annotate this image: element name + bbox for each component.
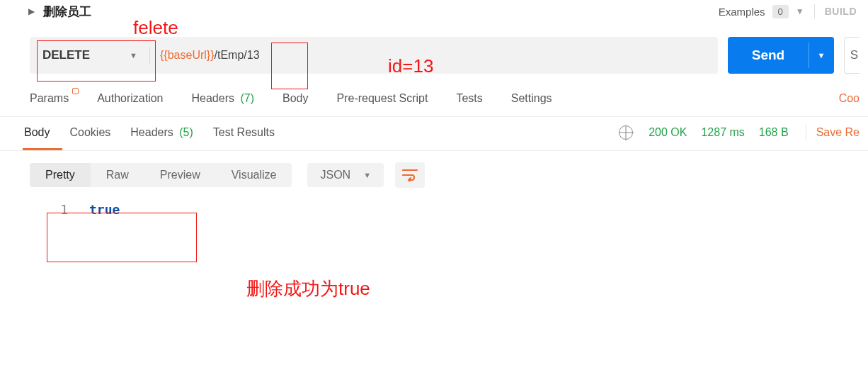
globe-icon[interactable] (619, 125, 633, 140)
tab-label: Headers (192, 92, 234, 104)
tab-label: Params (30, 92, 69, 104)
tab-headers[interactable]: Headers (7) (192, 92, 255, 105)
view-mode-group: Pretty Raw Preview Visualize (30, 163, 292, 187)
resp-tab-body[interactable]: Body (24, 120, 50, 145)
url-variable: {{baseUrl}} (160, 49, 215, 62)
send-button[interactable]: Send ▼ (728, 37, 834, 74)
format-value: JSON (320, 169, 350, 181)
url-bar: DELETE ▼ {{baseUrl}}/tEmp/13 (30, 37, 718, 74)
examples-count-badge: 0 (772, 5, 789, 18)
resp-tab-test-results[interactable]: Test Results (213, 120, 275, 145)
tab-body[interactable]: Body (282, 92, 308, 105)
chevron-down-icon: ▼ (130, 51, 137, 60)
tab-headers-count: (7) (240, 92, 254, 104)
tab-params[interactable]: Params (30, 92, 69, 105)
send-button-dropdown[interactable]: ▼ (809, 37, 834, 74)
http-method-select[interactable]: DELETE ▼ (30, 37, 150, 74)
view-raw[interactable]: Raw (91, 163, 144, 187)
tab-label: Headers (130, 126, 173, 138)
response-value: true (89, 202, 120, 217)
tab-settings[interactable]: Settings (511, 92, 552, 105)
format-select[interactable]: JSON ▼ (307, 163, 384, 187)
tab-tests[interactable]: Tests (456, 92, 482, 105)
http-method-value: DELETE (42, 48, 90, 62)
url-path: /tEmp/13 (215, 49, 260, 62)
response-tabs: Body Cookies Headers (5) Test Results (24, 120, 275, 145)
resp-headers-count: (5) (179, 126, 193, 138)
view-pretty[interactable]: Pretty (30, 163, 91, 187)
send-button-label: Send (728, 47, 809, 63)
tab-prerequest-script[interactable]: Pre-request Script (336, 92, 428, 105)
divider (806, 125, 806, 140)
resp-tab-headers[interactable]: Headers (5) (130, 120, 193, 145)
examples-label: Examples (719, 6, 765, 18)
annotation-success: 删除成功为true (246, 276, 370, 301)
save-button-label: S (850, 48, 858, 62)
build-button[interactable]: BUILD (825, 6, 857, 17)
resp-tab-cookies[interactable]: Cookies (69, 120, 110, 145)
view-visualize[interactable]: Visualize (216, 163, 292, 187)
examples-dropdown[interactable]: Examples 0 ▼ (719, 5, 804, 18)
tab-params-indicator-icon (72, 88, 79, 94)
response-time: 1287 ms (701, 126, 744, 139)
request-name: 删除员工 (43, 4, 91, 20)
response-body[interactable]: 1 true (0, 198, 868, 217)
chevron-down-icon: ▼ (796, 6, 804, 16)
wrap-lines-button[interactable] (395, 162, 425, 188)
status-code: 200 OK (649, 126, 687, 139)
response-size: 168 B (759, 126, 789, 139)
url-input[interactable]: {{baseUrl}}/tEmp/13 (150, 49, 718, 62)
divider (814, 4, 815, 18)
chevron-down-icon: ▼ (363, 171, 371, 179)
save-response-button[interactable]: Save Re (816, 126, 860, 139)
view-preview[interactable]: Preview (144, 163, 216, 187)
line-number: 1 (47, 202, 68, 217)
cookies-link[interactable]: Coo (839, 92, 860, 105)
wrap-lines-icon (402, 169, 418, 181)
chevron-down-icon: ▼ (818, 51, 826, 60)
save-button[interactable]: S (844, 37, 860, 74)
request-tabs: Params Authorization Headers (7) Body Pr… (0, 86, 868, 111)
expand-triangle-icon[interactable]: ▶ (28, 6, 35, 16)
annotation-box-response (47, 213, 197, 262)
tab-authorization[interactable]: Authorization (97, 92, 163, 105)
